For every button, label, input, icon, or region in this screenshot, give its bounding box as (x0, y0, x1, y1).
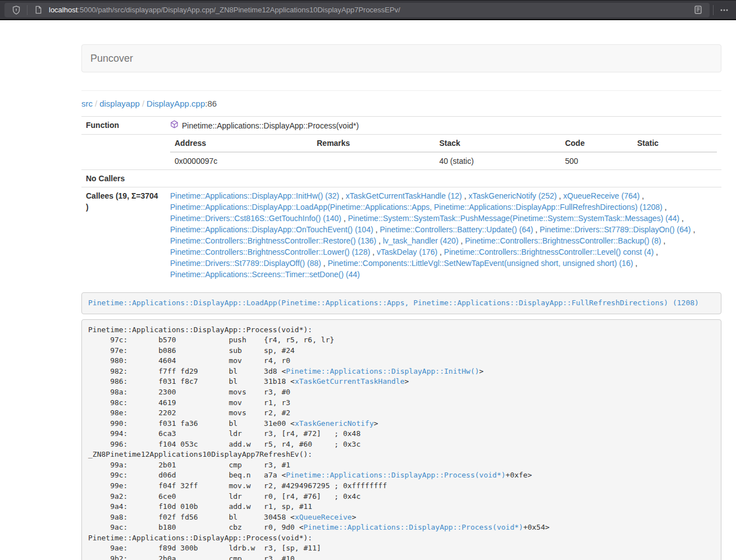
col-stack: Stack (435, 135, 560, 152)
divider (81, 90, 721, 91)
col-static: Static (633, 135, 717, 152)
brand-title[interactable]: Puncover (82, 53, 141, 65)
function-label: Function (81, 117, 166, 135)
url-host: localhost (49, 6, 77, 14)
toolbar-separator (27, 5, 28, 15)
url-path: :5000/path/src/displayapp/DisplayApp.cpp… (77, 6, 400, 14)
callee-link[interactable]: Pinetime::Applications::DisplayApp::Init… (170, 191, 339, 200)
function-row: Function Pinetime::Applications::Display… (81, 117, 721, 135)
callees-row: Callees (19, Σ=3704 ) Pinetime::Applicat… (81, 187, 721, 283)
asm-text: 9a2: 6ce0 ldr r0, [r4, #76] ; 0x4c (88, 492, 360, 501)
callee-link[interactable]: vTaskDelay (176) (377, 247, 437, 256)
asm-symbol-link[interactable]: xTaskGenericNotify (295, 419, 374, 428)
value-stack: 40 (static) (435, 152, 560, 169)
asm-text: 98e: 2202 movs r2, #2 (88, 408, 290, 417)
asm-text: +0xfe> (506, 471, 532, 479)
highlighted-callee-link[interactable]: Pinetime::Applications::DisplayApp::Load… (88, 299, 699, 307)
no-callers-label: No Callers (81, 170, 166, 187)
asm-text: Pinetime::Applications::DisplayApp::Proc… (88, 534, 312, 542)
asm-text: 9ac: b180 cbz r0, 9d0 < (88, 523, 304, 531)
asm-symbol-link[interactable]: xQueueReceive (295, 513, 352, 521)
stats-row: Address Remarks Stack Code Static 0x0000… (81, 135, 721, 170)
stats-table: Address Remarks Stack Code Static 0x0000… (170, 135, 717, 169)
asm-text: 982: f7ff fd29 bl 3d8 < (88, 367, 286, 375)
asm-text: 9ae: f89d 300b ldrb.w r3, [sp, #11] (88, 544, 321, 552)
breadcrumb-item-displayapp[interactable]: displayapp (99, 99, 140, 108)
asm-text: 99c: d06d beq.n a7a < (88, 471, 286, 479)
disassembly: Pinetime::Applications::DisplayApp::Proc… (81, 319, 721, 560)
callee-link[interactable]: Pinetime::Drivers::St7789::DisplayOff() … (170, 259, 321, 268)
asm-text: _ZN8Pinetime12Applications10DisplayApp7R… (88, 450, 312, 458)
asm-text: > (352, 513, 356, 521)
reader-mode-icon[interactable] (691, 3, 705, 17)
asm-symbol-link[interactable]: xTaskGetCurrentTaskHandle (295, 377, 405, 385)
cube-icon (170, 120, 179, 131)
asm-symbol-link[interactable]: Pinetime::Applications::DisplayApp::Proc… (286, 471, 505, 479)
asm-text: 9b2: 2b0a cmp r3, #10 (88, 554, 295, 560)
asm-text: 994: 6ca3 ldr r3, [r4, #72] ; 0x48 (88, 429, 360, 438)
shield-icon[interactable] (9, 3, 24, 17)
page-content: Puncover src/displayapp/DisplayApp.cpp:8… (81, 44, 721, 560)
callee-link[interactable]: Pinetime::Drivers::Cst816S::GetTouchInfo… (170, 214, 341, 223)
function-table: Function Pinetime::Applications::Display… (81, 116, 721, 283)
callee-link[interactable]: Pinetime::Drivers::St7789::DisplayOn() (… (540, 225, 691, 234)
asm-text: 97c: b570 push {r4, r5, r6, lr} (88, 336, 334, 344)
callee-link[interactable]: xTaskGenericNotify (252) (468, 191, 556, 200)
no-callers-row: No Callers (81, 170, 721, 187)
asm-symbol-link[interactable]: Pinetime::Applications::DisplayApp::Init… (286, 367, 479, 375)
asm-text: 98a: 2300 movs r3, #0 (88, 388, 290, 396)
navbar: Puncover (81, 44, 721, 72)
asm-symbol-link[interactable]: Pinetime::Applications::DisplayApp::Proc… (304, 523, 523, 531)
breadcrumb: src/displayapp/DisplayApp.cpp:86 (81, 99, 721, 108)
col-remarks: Remarks (312, 135, 435, 152)
callee-link[interactable]: Pinetime::System::SystemTask::PushMessag… (348, 214, 680, 223)
asm-text: 996: f104 053c add.w r5, r4, #60 ; 0x3c (88, 440, 360, 448)
asm-text: +0x54> (523, 523, 550, 531)
callee-link[interactable]: xTaskGetCurrentTaskHandle (12) (346, 191, 462, 200)
callee-link[interactable]: Pinetime::Controllers::BrightnessControl… (444, 247, 653, 256)
asm-text: > (374, 419, 378, 428)
value-address: 0x0000097c (170, 152, 312, 169)
breadcrumb-item-src[interactable]: src (81, 99, 93, 108)
asm-text: 99e: f04f 32ff mov.w r2, #4294967295 ; 0… (88, 481, 387, 490)
callee-link[interactable]: Pinetime::Applications::DisplayApp::OnTo… (170, 225, 373, 234)
asm-text: 980: 4604 mov r4, r0 (88, 356, 290, 365)
asm-text: 990: f031 fa36 bl 31e00 < (88, 419, 295, 428)
col-code: Code (560, 135, 633, 152)
callees-list: Pinetime::Applications::DisplayApp::Init… (166, 187, 721, 283)
callee-link[interactable]: Pinetime::Applications::Screens::Timer::… (170, 270, 360, 279)
asm-text: > (479, 367, 484, 375)
highlighted-callee: Pinetime::Applications::DisplayApp::Load… (81, 292, 721, 314)
breadcrumb-line-number: :86 (205, 99, 217, 108)
asm-text: 986: f031 f8c7 bl 31b18 < (88, 377, 295, 385)
callee-link[interactable]: Pinetime::Controllers::BrightnessControl… (170, 236, 376, 245)
col-address: Address (170, 135, 312, 152)
breadcrumb-item-file[interactable]: DisplayApp.cpp (147, 99, 205, 108)
browser-toolbar: localhost:5000/path/src/displayapp/Displ… (0, 0, 736, 20)
asm-text: Pinetime::Applications::DisplayApp::Proc… (88, 325, 312, 334)
breadcrumb-separator: / (140, 99, 147, 108)
callee-link[interactable]: Pinetime::Components::LittleVgl::SetNewT… (328, 259, 633, 268)
value-remarks (312, 152, 435, 169)
function-name: Pinetime::Applications::DisplayApp::Proc… (182, 120, 359, 131)
value-code: 500 (560, 152, 633, 169)
asm-text: 9a4: f10d 010b add.w r1, sp, #11 (88, 502, 312, 511)
callee-link[interactable]: Pinetime::Applications::DisplayApp::Load… (170, 203, 662, 212)
asm-text: 97e: b086 sub sp, #24 (88, 346, 295, 355)
asm-text: 99a: 2b01 cmp r3, #1 (88, 461, 290, 469)
callees-label: Callees (19, Σ=3704 ) (81, 187, 166, 283)
callee-link[interactable]: Pinetime::Controllers::BrightnessControl… (170, 247, 370, 256)
address-bar[interactable]: localhost:5000/path/src/displayapp/Displ… (4, 3, 710, 17)
callee-link[interactable]: Pinetime::Controllers::BrightnessControl… (465, 236, 661, 245)
asm-text: 98c: 4619 mov r1, r3 (88, 398, 290, 407)
breadcrumb-separator: / (93, 99, 99, 108)
toolbar-separator (713, 5, 714, 15)
value-static (633, 152, 717, 169)
callee-link[interactable]: Pinetime::Controllers::Battery::Update()… (380, 225, 533, 234)
asm-text: 9a8: f02f fd56 bl 30458 < (88, 513, 295, 521)
page-icon[interactable] (31, 3, 45, 17)
url-text[interactable]: localhost:5000/path/src/displayapp/Displ… (49, 6, 691, 14)
callee-link[interactable]: lv_task_handler (420) (383, 236, 459, 245)
callee-link[interactable]: xQueueReceive (764) (563, 191, 639, 200)
menu-icon[interactable] (717, 3, 732, 17)
